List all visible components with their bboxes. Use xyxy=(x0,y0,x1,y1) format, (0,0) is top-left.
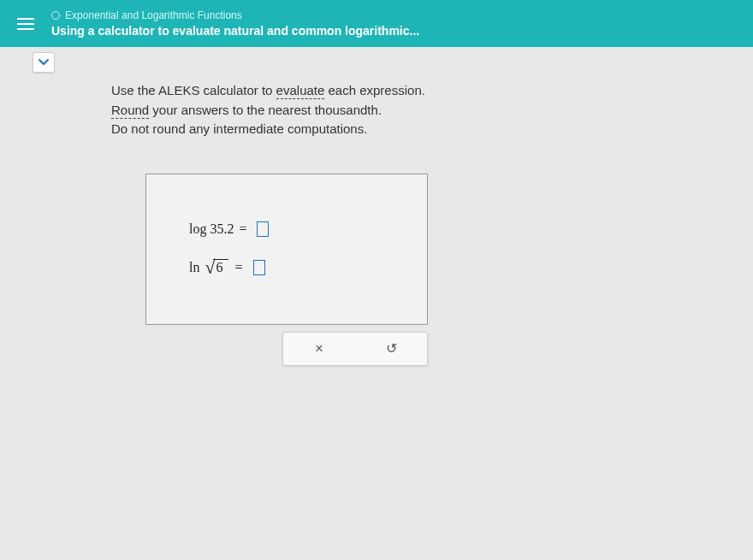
text: Use the ALEKS calculator to xyxy=(111,83,276,97)
reset-button[interactable]: ↺ xyxy=(374,336,408,362)
chevron-down-icon xyxy=(38,58,50,67)
instruction-line-1: Use the ALEKS calculator to evaluate eac… xyxy=(111,81,736,101)
equals: = xyxy=(239,221,246,237)
sqrt-arg: 6 xyxy=(213,259,228,275)
problem-box: log 35.2 = ln √ 6 = xyxy=(145,174,428,325)
equals: = xyxy=(235,260,243,275)
breadcrumb: Exponential and Logarithmic Functions xyxy=(51,9,753,21)
close-icon: × xyxy=(315,341,323,357)
round-term[interactable]: Round xyxy=(111,103,149,119)
expression-2: ln √ 6 = xyxy=(189,258,401,277)
action-bar: × ↺ xyxy=(282,332,428,366)
instructions: Use the ALEKS calculator to evaluate eac… xyxy=(51,47,753,156)
page-title: Using a calculator to evaluate natural a… xyxy=(51,24,753,38)
answer-input-1[interactable] xyxy=(257,221,269,237)
menu-icon[interactable] xyxy=(0,18,51,30)
ln-label: ln xyxy=(189,260,199,275)
expression-1: log 35.2 = xyxy=(189,221,401,237)
circle-icon xyxy=(51,11,60,20)
header-text: Exponential and Logarithmic Functions Us… xyxy=(51,9,753,38)
app-header: Exponential and Logarithmic Functions Us… xyxy=(0,0,753,47)
log-arg: 35.2 xyxy=(210,221,234,237)
log-label: log xyxy=(189,221,206,237)
text: each expression. xyxy=(324,83,425,97)
reset-icon: ↺ xyxy=(386,340,397,357)
clear-button[interactable]: × xyxy=(302,336,336,362)
content: Use the ALEKS calculator to evaluate eac… xyxy=(0,47,753,366)
breadcrumb-label: Exponential and Logarithmic Functions xyxy=(65,9,242,21)
instruction-line-3: Do not round any intermediate computatio… xyxy=(111,120,736,139)
text: your answers to the nearest thousandth. xyxy=(149,103,382,117)
evaluate-term[interactable]: evaluate xyxy=(276,83,325,99)
expand-toggle[interactable] xyxy=(33,52,55,73)
instruction-line-2: Round your answers to the nearest thousa… xyxy=(111,101,736,121)
answer-input-2[interactable] xyxy=(253,260,265,275)
sqrt: √ 6 xyxy=(205,258,228,277)
